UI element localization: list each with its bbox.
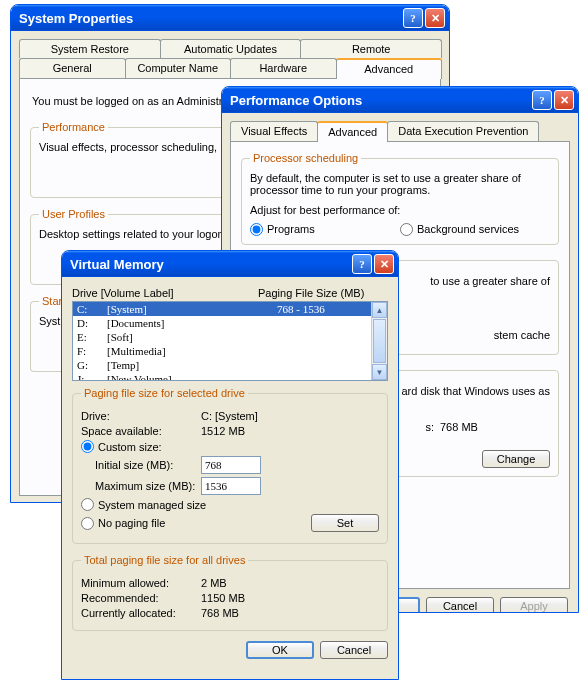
label-background: Background services <box>417 223 519 235</box>
label-system-managed: System managed size <box>98 499 206 511</box>
window-title: Virtual Memory <box>70 257 350 272</box>
cur-value: 768 MB <box>201 607 239 619</box>
virtual-memory-window: Virtual Memory ? ✕ Drive [Volume Label] … <box>61 250 399 680</box>
tab-row-1: System Restore Automatic Updates Remote <box>19 39 441 58</box>
total-legend: Total paging file size for all drives <box>81 554 248 566</box>
ps-adjust: Adjust for best performance of: <box>250 204 550 216</box>
ok-button[interactable]: OK <box>246 641 314 659</box>
drive-label: Drive: <box>81 410 201 422</box>
user-profiles-legend: User Profiles <box>39 208 108 220</box>
help-button[interactable]: ? <box>532 90 552 110</box>
apply-button[interactable]: Apply <box>500 597 568 613</box>
rec-label: Recommended: <box>81 592 201 604</box>
scroll-thumb[interactable] <box>373 319 386 363</box>
drive-list[interactable]: C:[System]768 - 1536D:[Documents]E:[Soft… <box>72 301 388 381</box>
selected-drive-group: Paging file size for selected drive Driv… <box>72 387 388 544</box>
tab-general[interactable]: General <box>19 58 126 78</box>
drive-row[interactable]: G:[Temp] <box>73 358 371 372</box>
max-size-input[interactable] <box>201 477 261 495</box>
rec-value: 1150 MB <box>201 592 245 604</box>
total-group: Total paging file size for all drives Mi… <box>72 554 388 631</box>
hdr-drive: Drive [Volume Label] <box>72 287 258 299</box>
close-button[interactable]: ✕ <box>374 254 394 274</box>
processor-scheduling-group: Processor scheduling By default, the com… <box>241 152 559 245</box>
hdr-paging: Paging File Size (MB) <box>258 287 388 299</box>
tab-computer-name[interactable]: Computer Name <box>125 58 232 78</box>
ps-legend: Processor scheduling <box>250 152 361 164</box>
tab-advanced[interactable]: Advanced <box>317 121 388 142</box>
drive-row[interactable]: C:[System]768 - 1536 <box>73 302 371 316</box>
drive-row[interactable]: F:[Multimedia] <box>73 344 371 358</box>
tab-advanced[interactable]: Advanced <box>336 58 443 79</box>
close-button[interactable]: ✕ <box>554 90 574 110</box>
scrollbar[interactable]: ▲ ▼ <box>371 302 387 380</box>
tab-dep[interactable]: Data Execution Prevention <box>387 121 539 141</box>
label-no-paging: No paging file <box>98 517 165 529</box>
tab-automatic-updates[interactable]: Automatic Updates <box>160 39 302 58</box>
drive-row[interactable]: D:[Documents] <box>73 316 371 330</box>
radio-programs[interactable] <box>250 223 263 236</box>
close-button[interactable]: ✕ <box>425 8 445 28</box>
label-custom: Custom size: <box>98 441 162 453</box>
cur-label: Currently allocated: <box>81 607 201 619</box>
window-title: Performance Options <box>230 93 530 108</box>
min-label: Minimum allowed: <box>81 577 201 589</box>
radio-background[interactable] <box>400 223 413 236</box>
init-label: Initial size (MB): <box>95 459 201 471</box>
cancel-button[interactable]: Cancel <box>426 597 494 613</box>
max-label: Maximum size (MB): <box>95 480 201 492</box>
min-value: 2 MB <box>201 577 227 589</box>
space-label: Space available: <box>81 425 201 437</box>
ps-text: By default, the computer is set to use a… <box>250 172 550 196</box>
space-value: 1512 MB <box>201 425 245 437</box>
drive-value: C: [System] <box>201 410 258 422</box>
radio-custom[interactable] <box>81 440 94 453</box>
scroll-up-icon[interactable]: ▲ <box>372 302 387 318</box>
radio-no-paging[interactable] <box>81 517 94 530</box>
tab-visual-effects[interactable]: Visual Effects <box>230 121 318 141</box>
tab-remote[interactable]: Remote <box>300 39 442 58</box>
selected-legend: Paging file size for selected drive <box>81 387 248 399</box>
help-button[interactable]: ? <box>352 254 372 274</box>
label-programs: Programs <box>267 223 315 235</box>
tab-row: Visual Effects Advanced Data Execution P… <box>230 121 570 141</box>
radio-system-managed[interactable] <box>81 498 94 511</box>
help-button[interactable]: ? <box>403 8 423 28</box>
tab-hardware[interactable]: Hardware <box>230 58 337 78</box>
vm-total-value: 768 MB <box>440 421 478 433</box>
tab-system-restore[interactable]: System Restore <box>19 39 161 58</box>
titlebar[interactable]: Performance Options ? ✕ <box>222 87 578 113</box>
cancel-button[interactable]: Cancel <box>320 641 388 659</box>
set-button[interactable]: Set <box>311 514 379 532</box>
scroll-down-icon[interactable]: ▼ <box>372 364 387 380</box>
window-title: System Properties <box>19 11 401 26</box>
performance-legend: Performance <box>39 121 108 133</box>
titlebar[interactable]: System Properties ? ✕ <box>11 5 449 31</box>
initial-size-input[interactable] <box>201 456 261 474</box>
drive-row[interactable]: J:[New Volume] <box>73 372 371 381</box>
titlebar[interactable]: Virtual Memory ? ✕ <box>62 251 398 277</box>
change-button[interactable]: Change <box>482 450 550 468</box>
tab-row-2: General Computer Name Hardware Advanced <box>19 58 441 78</box>
drive-row[interactable]: E:[Soft] <box>73 330 371 344</box>
